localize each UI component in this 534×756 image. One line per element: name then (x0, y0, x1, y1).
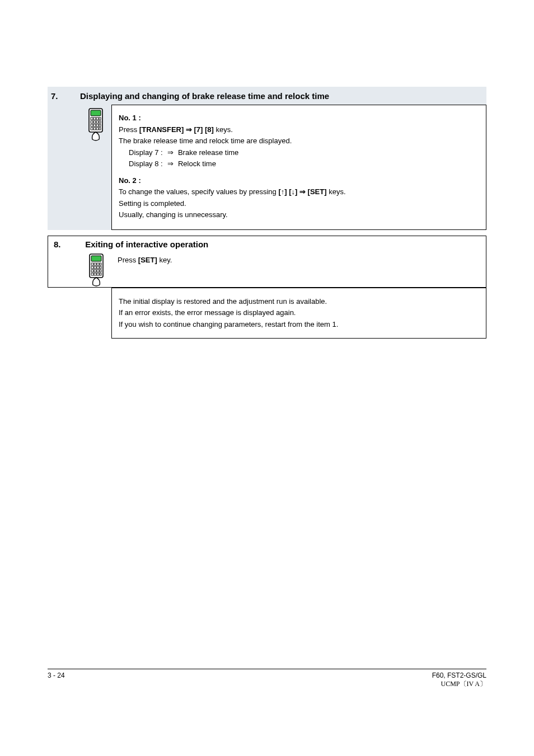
no2-line1: To change the values, specify values by … (119, 187, 479, 197)
no1-line1: Press [TRANSFER] ⇒ [7] [8] keys. (119, 125, 479, 135)
no1-label: No. 1 : (119, 113, 479, 123)
svg-rect-15 (93, 128, 96, 130)
svg-rect-2 (91, 118, 93, 120)
page-footer: 3 - 24 F60, FST2-GS/GL UCMP〔IV A〕 (48, 669, 486, 689)
disp7-row: Display 7 : ⇒ Brake release time (119, 148, 479, 158)
arrow-icon: ⇒ (165, 148, 176, 158)
sec8-intro-bold: [SET] (138, 256, 157, 264)
no2-line2: Setting is completed. (119, 199, 479, 209)
svg-rect-32 (91, 273, 93, 275)
footer-model: F60, FST2-GS/GL (374, 672, 486, 679)
section-8-icon-col (81, 252, 112, 287)
svg-rect-14 (91, 128, 93, 130)
svg-rect-7 (93, 121, 96, 123)
sec8-box-l1: The initial display is restored and the … (119, 297, 479, 307)
sec8-intro-pre: Press (118, 256, 136, 264)
svg-rect-27 (100, 266, 101, 269)
disp8-label: Display 8 : (129, 159, 163, 168)
svg-rect-30 (97, 270, 99, 272)
footer-page-number: 3 - 24 (48, 672, 115, 689)
svg-rect-22 (97, 263, 99, 265)
svg-rect-13 (99, 124, 101, 126)
no1-line1-post: keys. (216, 125, 233, 134)
section-8-number: 8. (54, 240, 83, 249)
sec8-box-l3: If you wish to continue changing paramet… (119, 320, 479, 330)
section-7-icon-col (80, 105, 111, 230)
section-8-body-row: The initial display is restored and the … (48, 288, 486, 339)
svg-rect-5 (99, 118, 101, 120)
section-8-intro-box: Press [SET] key. (48, 252, 486, 288)
no1-line2: The brake release time and relock time a… (119, 136, 479, 146)
svg-rect-33 (94, 273, 96, 275)
svg-rect-12 (96, 124, 99, 126)
handheld-device-icon (87, 108, 104, 230)
svg-rect-19 (91, 256, 101, 261)
svg-rect-34 (97, 273, 99, 275)
svg-rect-29 (94, 270, 96, 272)
handheld-device-icon (88, 253, 105, 287)
section-8-title: Exiting of interactive operation (85, 240, 208, 249)
no1-line1-pre: Press (119, 125, 137, 134)
svg-rect-26 (97, 266, 99, 269)
svg-rect-25 (94, 266, 96, 269)
no1-line1-bold: [TRANSFER] ⇒ [7] [8] (139, 125, 214, 134)
svg-rect-35 (100, 273, 101, 275)
svg-rect-9 (99, 121, 101, 123)
svg-rect-10 (91, 124, 93, 126)
section-7-title: Displaying and changing of brake release… (80, 91, 329, 101)
svg-rect-17 (99, 128, 101, 130)
no2-line3: Usually, changing is unnecessary. (119, 210, 479, 220)
sec8-box-l2: If an error exists, the error message is… (119, 308, 479, 318)
section-7-number: 7. (48, 91, 80, 101)
section-8-intro-text: Press [SET] key. (112, 252, 486, 287)
section-8-detail-box: The initial display is restored and the … (111, 288, 486, 339)
no2-label: No. 2 : (119, 176, 479, 186)
svg-rect-31 (100, 270, 101, 272)
section-7-gutter (48, 105, 80, 230)
section-7-body: No. 1 : Press [TRANSFER] ⇒ [7] [8] keys.… (48, 105, 486, 230)
svg-rect-16 (96, 128, 99, 130)
disp7-label: Display 7 : (129, 148, 163, 157)
svg-rect-28 (91, 270, 93, 272)
svg-rect-20 (91, 263, 93, 265)
svg-rect-1 (91, 110, 101, 116)
svg-rect-11 (93, 124, 96, 126)
svg-rect-6 (91, 121, 93, 123)
disp8-row: Display 8 : ⇒ Relock time (119, 159, 479, 169)
section-7-header: 7. Displaying and changing of brake rele… (48, 87, 486, 105)
arrow-icon: ⇒ (165, 159, 176, 169)
svg-rect-21 (94, 263, 96, 265)
disp7-value: Brake release time (178, 148, 238, 157)
svg-rect-3 (93, 118, 96, 120)
svg-rect-4 (96, 118, 99, 120)
no2-line1-pre: To change the values, specify values by … (119, 187, 277, 196)
svg-rect-23 (100, 263, 101, 265)
no2-line1-bold: [↑] [↓] ⇒ [SET] (278, 187, 326, 196)
svg-rect-8 (96, 121, 99, 123)
footer-series: UCMP〔IV A〕 (374, 679, 486, 689)
disp8-value: Relock time (178, 159, 216, 168)
no2-line1-post: keys. (329, 187, 345, 196)
svg-rect-24 (91, 266, 93, 269)
sec8-intro-post: key. (159, 256, 172, 264)
section-8-header: 8. Exiting of interactive operation (48, 236, 486, 252)
section-7-box: No. 1 : Press [TRANSFER] ⇒ [7] [8] keys.… (111, 105, 486, 230)
